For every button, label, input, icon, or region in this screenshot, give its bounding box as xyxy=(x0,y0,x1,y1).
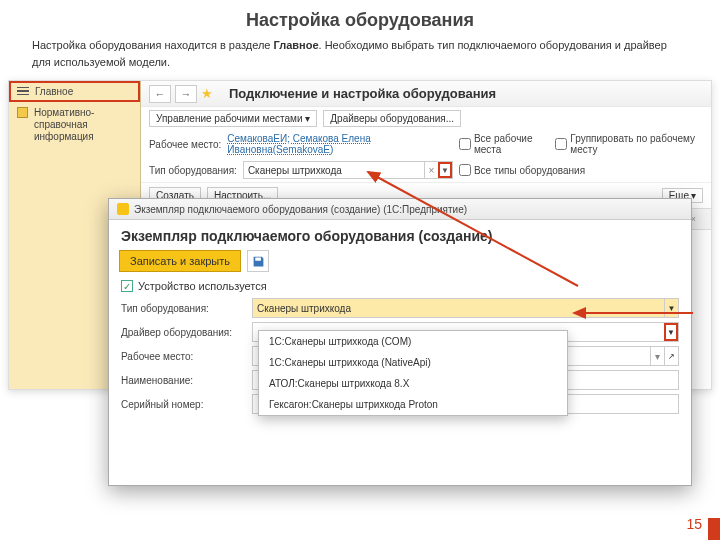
slide-description: Настройка оборудования находится в разде… xyxy=(0,37,720,80)
label-serial: Серийный номер: xyxy=(121,399,246,410)
manage-workplaces-button[interactable]: Управление рабочими местами ▾ xyxy=(149,110,317,127)
checkmark-icon: ✓ xyxy=(121,280,133,292)
dialog-titlebar: Экземпляр подключаемого оборудования (со… xyxy=(109,199,691,220)
label-name: Наименование: xyxy=(121,375,246,386)
save-icon-button[interactable] xyxy=(247,250,269,272)
driver-option[interactable]: 1С:Сканеры штрихкода (COM) xyxy=(259,331,567,352)
page-accent xyxy=(708,518,720,540)
label-workplace: Рабочее место: xyxy=(149,139,221,150)
clear-icon[interactable]: × xyxy=(424,162,438,178)
workplace-link[interactable]: СемаковаЕИ; Семакова Елена Ивановна(Sema… xyxy=(227,133,447,155)
sidebar-item-label: Нормативно-справочная информация xyxy=(34,107,132,143)
chevron-down-icon[interactable]: ▼ xyxy=(438,162,452,178)
sidebar-item-main[interactable]: Главное xyxy=(9,81,140,102)
field-type-value: Сканеры штрихкода xyxy=(257,303,351,314)
forward-button[interactable]: → xyxy=(175,85,197,103)
chevron-down-icon[interactable]: ▼ xyxy=(664,299,678,317)
page-title: Подключение и настройка оборудования xyxy=(229,86,496,101)
dialog-titlebar-text: Экземпляр подключаемого оборудования (со… xyxy=(134,204,467,215)
driver-option[interactable]: АТОЛ:Сканеры штрихкода 8.X xyxy=(259,373,567,394)
label-type: Тип оборудования: xyxy=(121,303,246,314)
label-driver: Драйвер оборудования: xyxy=(121,327,246,338)
chk-group-workplace[interactable]: Группировать по рабочему месту xyxy=(555,133,703,155)
label-equip-type: Тип оборудования: xyxy=(149,165,237,176)
field-type[interactable]: Сканеры штрихкода ▼ xyxy=(252,298,679,318)
expand-icon[interactable]: ↗ xyxy=(664,347,678,365)
floppy-icon xyxy=(252,255,265,268)
dialog-heading: Экземпляр подключаемого оборудования (со… xyxy=(109,220,691,248)
equip-type-field[interactable]: Сканеры штрихкода × ▼ xyxy=(243,161,453,179)
open-icon[interactable]: ▾ xyxy=(650,347,664,365)
page-number: 15 xyxy=(686,516,702,532)
desc-a: Настройка оборудования находится в разде… xyxy=(32,39,274,51)
app-icon xyxy=(117,203,129,215)
slide-title: Настройка оборудования xyxy=(0,0,720,37)
sidebar-item-label: Главное xyxy=(35,86,73,97)
book-icon xyxy=(17,107,28,118)
back-button[interactable]: ← xyxy=(149,85,171,103)
equip-type-value: Сканеры штрихкода xyxy=(248,165,342,176)
label-workplace: Рабочее место: xyxy=(121,351,246,362)
sidebar-item-nsi[interactable]: Нормативно-справочная информация xyxy=(9,102,140,148)
toolbar-nav: ← → ★ Подключение и настройка оборудован… xyxy=(141,81,711,107)
drivers-button[interactable]: Драйверы оборудования... xyxy=(323,110,461,127)
desc-bold: Главное xyxy=(274,39,319,51)
star-icon: ★ xyxy=(201,86,213,101)
chk-all-workplaces[interactable]: Все рабочие места xyxy=(459,133,549,155)
chk-device-used[interactable]: ✓ Устройство используется xyxy=(109,278,691,296)
chk-device-used-label: Устройство используется xyxy=(138,280,267,292)
driver-dropdown: 1С:Сканеры штрихкода (COM) 1С:Сканеры шт… xyxy=(258,330,568,416)
burger-icon xyxy=(17,87,29,97)
save-close-button[interactable]: Записать и закрыть xyxy=(119,250,241,272)
driver-option[interactable]: Гексагон:Сканеры штрихкода Proton xyxy=(259,394,567,415)
driver-option[interactable]: 1С:Сканеры штрихкода (NativeApi) xyxy=(259,352,567,373)
chk-all-types[interactable]: Все типы оборудования xyxy=(459,164,585,176)
chevron-down-icon[interactable]: ▼ xyxy=(664,323,678,341)
